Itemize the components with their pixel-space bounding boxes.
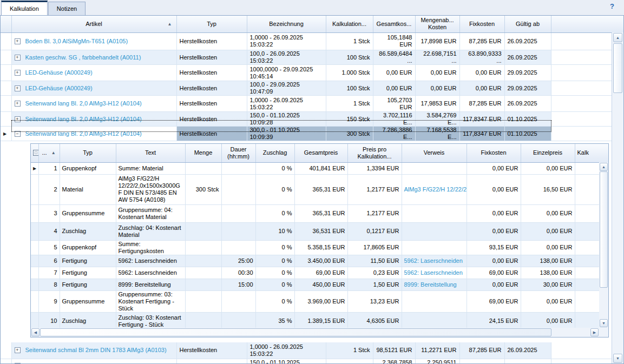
- cell-kalkulation: 100 Stck: [326, 50, 373, 65]
- cell-zuschlag: 0 %: [255, 240, 294, 255]
- cell-einzelpreis: 138,00 EUR: [521, 267, 575, 279]
- artikel-link[interactable]: Kasten geschw. SG , farbbehandelt (A0011…: [25, 54, 141, 61]
- detail-vertical-scrollbar[interactable]: ▲ ▼: [599, 162, 608, 328]
- table-row[interactable]: +Boden Bl. 3,0 AlSiMgMn-T651 (A0105) Her…: [1, 33, 623, 50]
- scroll-down-button[interactable]: ▼: [613, 354, 622, 363]
- verweis-link[interactable]: 5962: Laserschneiden: [404, 269, 463, 276]
- cell-gesamtpreis: 5.358,15 EUR: [294, 240, 347, 255]
- header-typ[interactable]: Typ: [176, 16, 247, 32]
- artikel-link[interactable]: Seitenwand lang Bl. 2,0 AlMg3-H12 (A0104…: [25, 130, 142, 137]
- table-row[interactable]: +Seitenwand lang Bl. 2,0 AlMg3-H12 (A010…: [1, 112, 623, 127]
- expand-icon[interactable]: +: [15, 116, 21, 122]
- expand-icon[interactable]: +: [15, 55, 21, 61]
- table-row[interactable]: +LED-Gehäuse (A000249) Herstellkosten 10…: [1, 65, 623, 81]
- cell-dauer: [221, 174, 255, 204]
- header-bezeichnung[interactable]: Bezeichnung: [247, 16, 326, 32]
- cell-dauer: [221, 204, 255, 222]
- table-row[interactable]: +Kasten geschw. SG , farbbehandelt (A001…: [1, 50, 623, 65]
- detail-row[interactable]: ▶ 1 Gruppenkopf Summe: Material 0 % 401,…: [31, 162, 608, 174]
- header-kalkulation[interactable]: Kalkulation...: [326, 16, 373, 32]
- expand-icon[interactable]: +: [15, 38, 21, 44]
- verweis-link[interactable]: AlMg3 F/G22/H 12/22/2...: [404, 186, 467, 193]
- artikel-link[interactable]: LED-Gehäuse (A000249): [25, 85, 93, 92]
- expand-icon[interactable]: +: [15, 70, 21, 76]
- artikel-link[interactable]: LED-Gehäuse (A000249): [25, 69, 93, 76]
- table-row[interactable]: +LED-Gehäuse (A000249) Herstellkosten 10…: [1, 81, 623, 96]
- cell-gesamtpreis: 365,31 EUR: [294, 204, 347, 222]
- scroll-up-button[interactable]: ▲: [613, 33, 622, 42]
- detail-header-menge[interactable]: Menge: [185, 144, 221, 162]
- expand-icon[interactable]: +: [15, 101, 21, 107]
- sort-asc-icon: ▲: [51, 149, 56, 156]
- artikel-link[interactable]: Seitenwand schmal Bl 2mm DIN 1783 AlMg3 …: [25, 347, 167, 354]
- header-gesamtkosten[interactable]: Gesamtkos...: [373, 16, 415, 32]
- detail-row[interactable]: 5 Gruppenkopf Summe: Fertigungskosten 0 …: [31, 240, 608, 255]
- header-mengenabh-kosten[interactable]: Mengenab...Kosten: [415, 16, 459, 32]
- cell-verweis: AlMg3 F/G22/H 12/22/2...: [402, 174, 467, 204]
- detail-header-preis-pro[interactable]: Preis proKalkulation...: [347, 144, 402, 162]
- scrollbar-thumb[interactable]: [600, 171, 608, 288]
- detail-header-corner[interactable]: [31, 144, 38, 162]
- cell-gesamtpreis: 450,00 EUR: [294, 279, 347, 290]
- cell-kalkulation: 1 Stck: [326, 96, 373, 112]
- help-icon[interactable]: ?: [610, 2, 614, 10]
- scroll-right-button[interactable]: ▶: [590, 328, 599, 336]
- detail-row[interactable]: 9 Gruppensumme Gruppensumme: 03: Kostena…: [31, 290, 608, 312]
- artikel-link[interactable]: Seitenwand lang Bl. 2,0 AlMg3-H12 (A0104…: [25, 116, 142, 123]
- cell-kalkulation: 1 Stck: [326, 33, 373, 50]
- detail-header-typ[interactable]: Typ: [60, 144, 116, 162]
- header-artikel[interactable]: Artikel▲: [11, 16, 176, 32]
- table-row[interactable]: +Seitenwand lang Bl. 2,0 AlMg3-H12 (A010…: [1, 96, 623, 112]
- detail-row[interactable]: 4 Zuschlag Zuschlag: 04: Kostenart Mater…: [31, 222, 608, 240]
- cell-mengenabh: 7.168,5538 E...: [415, 127, 459, 141]
- detail-header-verweis[interactable]: Verweis: [402, 144, 467, 162]
- detail-row[interactable]: 6 Fertigung 5962: Laserschneiden 25:00 0…: [31, 255, 608, 267]
- detail-grid-panel: ...▲ Typ Text Menge Dauer(hh:mm) Zuschla…: [30, 143, 609, 337]
- scrollbar-thumb[interactable]: [613, 43, 622, 93]
- detail-horizontal-scrollbar[interactable]: ◀ ▶: [31, 328, 599, 337]
- tab-notizen-label: Notizen: [57, 5, 77, 12]
- scroll-left-button[interactable]: ◀: [31, 328, 40, 336]
- artikel-link[interactable]: Boden Bl. 3,0 AlSiMgMn-T651 (A0105): [25, 38, 128, 45]
- table-row[interactable]: +Seitenwand schmal Bl 2mm DIN 1783 AlMg3…: [1, 342, 623, 359]
- verweis-link[interactable]: 8999: Bereitstellung: [404, 281, 457, 288]
- scrollbar-thumb[interactable]: [40, 328, 551, 336]
- table-row[interactable]: +Seitenwand schmal Bl 2mm DIN 1783 AlMg3…: [1, 359, 623, 364]
- detail-header-nr[interactable]: ...▲: [38, 144, 60, 162]
- collapse-icon[interactable]: −: [15, 131, 21, 137]
- arrow-down-icon: ▼: [602, 321, 606, 325]
- detail-row[interactable]: 3 Gruppensumme Gruppensumme: 04: Kostena…: [31, 204, 608, 222]
- artikel-link[interactable]: Seitenwand lang Bl. 2,0 AlMg3-H12 (A0104…: [25, 100, 142, 107]
- detail-header-gesamtpreis[interactable]: Gesamtpreis: [294, 144, 347, 162]
- cell-text: Gruppensumme: 04: Kostenart Material: [116, 204, 185, 222]
- detail-header-text[interactable]: Text: [116, 144, 185, 162]
- verweis-link[interactable]: 5962: Laserschneiden: [404, 257, 463, 264]
- scroll-down-button[interactable]: ▼: [600, 319, 608, 327]
- detail-row[interactable]: 7 Fertigung 5962: Laserschneiden 00:30 0…: [31, 267, 608, 279]
- kalkulation-grid-rows-top: +Boden Bl. 3,0 AlSiMgMn-T651 (A0105) Her…: [1, 33, 623, 142]
- header-fixkosten[interactable]: Fixkosten: [459, 16, 504, 32]
- detail-header-fixkosten[interactable]: Fixkosten: [467, 144, 521, 162]
- header-gueltig-ab[interactable]: Gültig ab: [504, 16, 551, 32]
- detail-row[interactable]: 8 Fertigung 8999: Bereitstellung 15:00 0…: [31, 279, 608, 290]
- select-all-icon: [33, 150, 38, 156]
- cell-fixkosten: 0,00 EUR: [459, 81, 504, 96]
- detail-header-zuschlag[interactable]: Zuschlag: [255, 144, 294, 162]
- expand-icon[interactable]: +: [15, 85, 21, 91]
- tab-notizen[interactable]: Notizen: [48, 2, 86, 15]
- cell-typ: Herstellkosten: [176, 50, 247, 65]
- cell-verweis: [402, 222, 467, 240]
- detail-header-einzelpreis[interactable]: Einzelpreis: [521, 144, 575, 162]
- main-vertical-scrollbar[interactable]: ▲ ▼: [612, 32, 623, 363]
- tab-strip: Kalkulation Notizen ?: [0, 0, 624, 15]
- detail-header-dauer[interactable]: Dauer(hh:mm): [221, 144, 255, 162]
- detail-header-kalk[interactable]: Kalk: [575, 144, 608, 162]
- tab-kalkulation[interactable]: Kalkulation: [1, 1, 48, 15]
- scroll-up-button[interactable]: ▲: [600, 163, 608, 171]
- expand-icon[interactable]: +: [15, 347, 21, 353]
- cell-fixkosten: 0,00 EUR: [459, 65, 504, 81]
- cell-menge: [185, 279, 221, 290]
- detail-row[interactable]: 2 Material AlMg3 F/G22/H 12/22/2,0x1500x…: [31, 174, 608, 204]
- cell-verweis: [402, 290, 467, 312]
- table-row-selected[interactable]: ▶ −Seitenwand lang Bl. 2,0 AlMg3-H12 (A0…: [1, 127, 623, 141]
